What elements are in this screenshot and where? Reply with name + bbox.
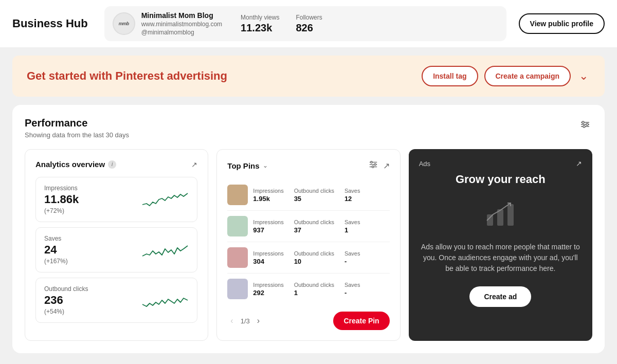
svg-point-10 bbox=[374, 163, 376, 166]
profile-handle: @minimalmomblog bbox=[141, 29, 222, 36]
outbound-clicks-metric: Outbound clicks 236 (+54%) bbox=[35, 278, 197, 323]
pin-stat-label: Outbound clicks bbox=[294, 219, 334, 225]
outbound-clicks-change: (+54%) bbox=[44, 308, 88, 315]
ads-description: Ads allow you to reach more people that … bbox=[419, 242, 582, 274]
ads-chart-icon bbox=[485, 198, 516, 229]
impressions-label: Impressions bbox=[44, 185, 79, 192]
pin-stat-value: 12 bbox=[344, 195, 360, 203]
pin-stat-value: 35 bbox=[294, 195, 334, 203]
next-page-button[interactable]: › bbox=[254, 314, 263, 327]
top-pins-card: Top Pins ⌄ ↗ bbox=[216, 149, 400, 341]
header-right: View public profile bbox=[519, 13, 605, 34]
analytics-card: Analytics overview i ↗ Impressions 11.86… bbox=[25, 149, 208, 341]
profile-info: Minimalist Mom Blog www.minimalistmomblo… bbox=[141, 11, 222, 36]
pin-stat-item: Saves1 bbox=[344, 219, 360, 234]
pin-stat-item: Outbound clicks35 bbox=[294, 188, 334, 203]
pin-stat-item: Saves- bbox=[344, 282, 360, 297]
impressions-metric: Impressions 11.86k (+72%) bbox=[35, 177, 197, 222]
saves-info: Saves 24 (+167%) bbox=[44, 235, 68, 265]
saves-metric: Saves 24 (+167%) bbox=[35, 227, 197, 272]
ad-banner-text: Get started with Pinterest advertising bbox=[27, 69, 409, 83]
pin-stats: Impressions937Outbound clicks37Saves1 bbox=[253, 219, 389, 234]
top-pins-title-row: Top Pins ⌄ bbox=[227, 161, 267, 170]
pin-stat-item: Outbound clicks1 bbox=[294, 282, 334, 297]
ads-label: Ads bbox=[419, 160, 430, 168]
top-pins-header: Top Pins ⌄ ↗ bbox=[227, 160, 389, 171]
filter-button[interactable] bbox=[578, 117, 592, 134]
pin-stat-label: Impressions bbox=[253, 219, 283, 225]
analytics-card-header: Analytics overview i ↗ bbox=[35, 160, 197, 169]
pagination: ‹ 1/3 › Create Pin bbox=[227, 312, 389, 330]
app-title: Business Hub bbox=[12, 17, 88, 30]
info-icon[interactable]: i bbox=[108, 160, 116, 169]
pin-rows-container: Impressions1.95kOutbound clicks35Saves12… bbox=[227, 179, 389, 304]
monthly-views-value: 11.23k bbox=[241, 22, 279, 34]
followers-value: 826 bbox=[296, 22, 322, 34]
impressions-sparkline bbox=[142, 189, 189, 210]
pin-stat-item: Outbound clicks10 bbox=[294, 250, 334, 265]
pin-stat-item: Impressions937 bbox=[253, 219, 283, 234]
pin-stat-value: 10 bbox=[294, 258, 334, 265]
top-pins-filter-button[interactable] bbox=[369, 160, 378, 171]
pin-thumbnail bbox=[227, 216, 248, 236]
view-profile-button[interactable]: View public profile bbox=[519, 13, 605, 34]
followers-label: Followers bbox=[296, 14, 322, 21]
profile-name: Minimalist Mom Blog bbox=[141, 11, 222, 20]
analytics-title-row: Analytics overview i bbox=[35, 160, 116, 169]
analytics-title: Analytics overview bbox=[35, 160, 105, 169]
create-ad-button[interactable]: Create ad bbox=[469, 286, 531, 307]
followers-stat: Followers 826 bbox=[296, 14, 322, 34]
pin-stat-label: Saves bbox=[344, 188, 360, 194]
pin-stat-value: 304 bbox=[253, 258, 283, 265]
pin-stats: Impressions1.95kOutbound clicks35Saves12 bbox=[253, 188, 389, 203]
top-pins-title: Top Pins bbox=[227, 161, 259, 170]
profile-card: mmb Minimalist Mom Blog www.minimalistmo… bbox=[104, 6, 506, 41]
pin-stat-value: 292 bbox=[253, 289, 283, 297]
pin-stat-label: Outbound clicks bbox=[294, 188, 334, 194]
main-content: Performance Showing data from the last 3… bbox=[12, 105, 605, 353]
outbound-clicks-value: 236 bbox=[44, 294, 88, 307]
install-tag-button[interactable]: Install tag bbox=[422, 66, 478, 86]
ad-banner-collapse-button[interactable]: ⌄ bbox=[577, 67, 590, 85]
saves-label: Saves bbox=[44, 235, 68, 242]
pin-stat-item: Impressions1.95k bbox=[253, 188, 283, 203]
pin-stat-value: 1 bbox=[344, 226, 360, 234]
top-pins-expand-button[interactable]: ↗ bbox=[383, 160, 390, 171]
create-pin-button[interactable]: Create Pin bbox=[333, 312, 389, 330]
impressions-value: 11.86k bbox=[44, 193, 79, 206]
pin-stat-label: Impressions bbox=[253, 188, 283, 194]
pin-stat-value: 937 bbox=[253, 226, 283, 234]
create-campaign-button[interactable]: Create a campaign bbox=[484, 66, 571, 86]
pin-row: Impressions937Outbound clicks37Saves1 bbox=[227, 211, 389, 242]
svg-point-3 bbox=[582, 121, 584, 123]
prev-page-button[interactable]: ‹ bbox=[227, 314, 236, 327]
performance-subtitle: Showing data from the last 30 days bbox=[25, 131, 129, 139]
pin-stat-label: Outbound clicks bbox=[294, 282, 334, 288]
top-pins-icons: ↗ bbox=[369, 160, 390, 171]
pin-stats: Impressions292Outbound clicks1Saves- bbox=[253, 282, 389, 297]
pin-stats: Impressions304Outbound clicks10Saves- bbox=[253, 250, 389, 265]
pin-stat-value: 1.95k bbox=[253, 195, 283, 203]
svg-point-5 bbox=[583, 125, 585, 128]
pin-stat-item: Impressions292 bbox=[253, 282, 283, 297]
top-pins-dropdown-icon[interactable]: ⌄ bbox=[263, 162, 268, 169]
monthly-views-label: Monthly views bbox=[241, 14, 279, 21]
page-label: 1/3 bbox=[241, 317, 250, 325]
avatar: mmb bbox=[113, 12, 135, 35]
page-nav: ‹ 1/3 › bbox=[227, 314, 263, 327]
pin-stat-label: Outbound clicks bbox=[294, 250, 334, 257]
svg-point-4 bbox=[586, 123, 588, 125]
impressions-info: Impressions 11.86k (+72%) bbox=[44, 185, 79, 214]
analytics-expand-icon[interactable]: ↗ bbox=[191, 160, 197, 169]
ads-card: Ads ↗ Grow your reach Ads allow you to r… bbox=[409, 149, 592, 341]
performance-title-group: Performance Showing data from the last 3… bbox=[25, 117, 129, 139]
svg-point-11 bbox=[372, 166, 374, 168]
outbound-clicks-label: Outbound clicks bbox=[44, 285, 88, 293]
pin-row: Impressions292Outbound clicks1Saves- bbox=[227, 274, 389, 304]
impressions-change: (+72%) bbox=[44, 207, 79, 214]
pin-thumbnail bbox=[227, 185, 248, 205]
saves-value: 24 bbox=[44, 243, 68, 257]
profile-url: www.minimalistmomblog.com bbox=[141, 21, 222, 28]
cards-row: Analytics overview i ↗ Impressions 11.86… bbox=[25, 149, 592, 341]
ads-expand-icon[interactable]: ↗ bbox=[576, 159, 582, 168]
